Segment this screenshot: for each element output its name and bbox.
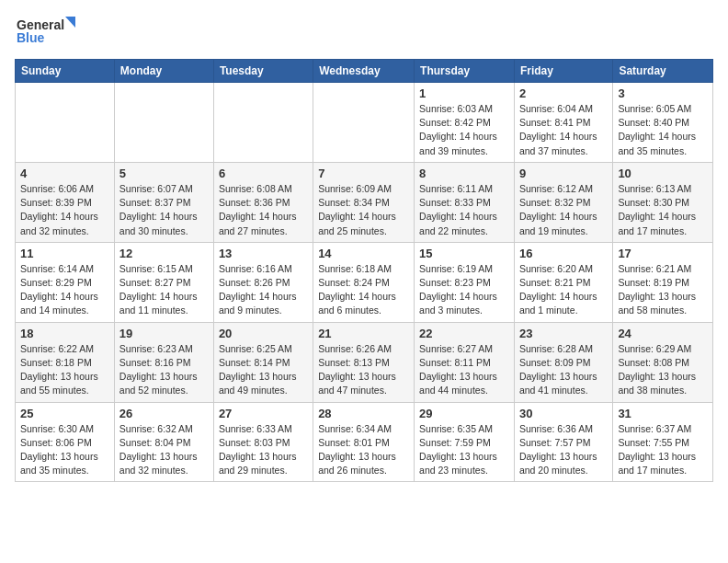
day-number: 19 xyxy=(119,327,209,340)
day-number: 15 xyxy=(419,247,509,260)
day-info: Sunrise: 6:13 AMSunset: 8:30 PMDaylight:… xyxy=(618,182,708,238)
day-info: Sunrise: 6:08 AMSunset: 8:36 PMDaylight:… xyxy=(219,182,308,238)
day-number: 21 xyxy=(318,327,409,340)
weekday-header-thursday: Thursday xyxy=(415,60,515,83)
day-number: 1 xyxy=(419,86,509,100)
day-number: 4 xyxy=(20,167,109,180)
day-number: 22 xyxy=(419,327,509,340)
day-number: 29 xyxy=(419,407,509,420)
day-info: Sunrise: 6:11 AMSunset: 8:33 PMDaylight:… xyxy=(419,182,509,238)
day-info: Sunrise: 6:14 AMSunset: 8:29 PMDaylight:… xyxy=(20,262,109,318)
day-info: Sunrise: 6:34 AMSunset: 8:01 PMDaylight:… xyxy=(318,422,409,478)
calendar-cell: 31Sunrise: 6:37 AMSunset: 7:55 PMDayligh… xyxy=(613,402,713,482)
day-info: Sunrise: 6:16 AMSunset: 8:26 PMDaylight:… xyxy=(219,262,308,318)
day-number: 3 xyxy=(618,86,708,100)
day-number: 30 xyxy=(519,407,608,420)
calendar-cell: 20Sunrise: 6:25 AMSunset: 8:14 PMDayligh… xyxy=(213,322,313,402)
day-number: 5 xyxy=(119,167,209,180)
svg-marker-2 xyxy=(65,17,75,28)
calendar-cell: 24Sunrise: 6:29 AMSunset: 8:08 PMDayligh… xyxy=(613,322,713,402)
calendar-cell: 5Sunrise: 6:07 AMSunset: 8:37 PMDaylight… xyxy=(114,162,213,242)
day-info: Sunrise: 6:07 AMSunset: 8:37 PMDaylight:… xyxy=(119,182,209,238)
weekday-header-row: SundayMondayTuesdayWednesdayThursdayFrid… xyxy=(16,60,713,83)
day-info: Sunrise: 6:33 AMSunset: 8:03 PMDaylight:… xyxy=(219,422,308,478)
day-info: Sunrise: 6:18 AMSunset: 8:24 PMDaylight:… xyxy=(318,262,409,318)
day-number: 13 xyxy=(219,247,308,260)
day-info: Sunrise: 6:09 AMSunset: 8:34 PMDaylight:… xyxy=(318,182,409,238)
day-number: 2 xyxy=(519,86,608,100)
header: General Blue xyxy=(15,15,713,48)
calendar-cell: 26Sunrise: 6:32 AMSunset: 8:04 PMDayligh… xyxy=(114,402,213,482)
calendar-cell: 9Sunrise: 6:12 AMSunset: 8:32 PMDaylight… xyxy=(514,162,612,242)
day-number: 28 xyxy=(318,407,409,420)
logo: General Blue xyxy=(15,15,79,48)
calendar-cell: 7Sunrise: 6:09 AMSunset: 8:34 PMDaylight… xyxy=(313,162,415,242)
logo-svg: General Blue xyxy=(15,15,79,48)
day-number: 10 xyxy=(618,167,708,180)
calendar-week-row: 25Sunrise: 6:30 AMSunset: 8:06 PMDayligh… xyxy=(16,402,713,482)
calendar-cell: 16Sunrise: 6:20 AMSunset: 8:21 PMDayligh… xyxy=(514,242,612,322)
calendar-cell: 2Sunrise: 6:04 AMSunset: 8:41 PMDaylight… xyxy=(514,83,612,163)
calendar-cell: 8Sunrise: 6:11 AMSunset: 8:33 PMDaylight… xyxy=(415,162,515,242)
day-info: Sunrise: 6:32 AMSunset: 8:04 PMDaylight:… xyxy=(119,422,209,478)
day-number: 31 xyxy=(618,407,708,420)
day-number: 25 xyxy=(20,407,109,420)
day-info: Sunrise: 6:25 AMSunset: 8:14 PMDaylight:… xyxy=(219,342,308,398)
calendar-cell: 18Sunrise: 6:22 AMSunset: 8:18 PMDayligh… xyxy=(16,322,115,402)
day-info: Sunrise: 6:21 AMSunset: 8:19 PMDaylight:… xyxy=(618,262,708,318)
day-info: Sunrise: 6:22 AMSunset: 8:18 PMDaylight:… xyxy=(20,342,109,398)
day-number: 9 xyxy=(519,167,608,180)
day-number: 27 xyxy=(219,407,308,420)
calendar-cell: 12Sunrise: 6:15 AMSunset: 8:27 PMDayligh… xyxy=(114,242,213,322)
day-info: Sunrise: 6:30 AMSunset: 8:06 PMDaylight:… xyxy=(20,422,109,478)
day-info: Sunrise: 6:12 AMSunset: 8:32 PMDaylight:… xyxy=(519,182,608,238)
calendar-cell: 29Sunrise: 6:35 AMSunset: 7:59 PMDayligh… xyxy=(415,402,515,482)
calendar-week-row: 11Sunrise: 6:14 AMSunset: 8:29 PMDayligh… xyxy=(16,242,713,322)
day-info: Sunrise: 6:20 AMSunset: 8:21 PMDaylight:… xyxy=(519,262,608,318)
calendar-cell: 22Sunrise: 6:27 AMSunset: 8:11 PMDayligh… xyxy=(415,322,515,402)
calendar-cell: 14Sunrise: 6:18 AMSunset: 8:24 PMDayligh… xyxy=(313,242,415,322)
calendar-week-row: 1Sunrise: 6:03 AMSunset: 8:42 PMDaylight… xyxy=(16,83,713,163)
day-number: 7 xyxy=(318,167,409,180)
day-number: 20 xyxy=(219,327,308,340)
calendar-cell: 3Sunrise: 6:05 AMSunset: 8:40 PMDaylight… xyxy=(613,83,713,163)
calendar-cell: 23Sunrise: 6:28 AMSunset: 8:09 PMDayligh… xyxy=(514,322,612,402)
day-number: 6 xyxy=(219,167,308,180)
day-number: 12 xyxy=(119,247,209,260)
calendar-cell: 21Sunrise: 6:26 AMSunset: 8:13 PMDayligh… xyxy=(313,322,415,402)
day-number: 18 xyxy=(20,327,109,340)
day-info: Sunrise: 6:15 AMSunset: 8:27 PMDaylight:… xyxy=(119,262,209,318)
day-number: 26 xyxy=(119,407,209,420)
calendar-cell: 6Sunrise: 6:08 AMSunset: 8:36 PMDaylight… xyxy=(213,162,313,242)
day-info: Sunrise: 6:37 AMSunset: 7:55 PMDaylight:… xyxy=(618,422,708,478)
weekday-header-wednesday: Wednesday xyxy=(313,60,415,83)
calendar-cell: 17Sunrise: 6:21 AMSunset: 8:19 PMDayligh… xyxy=(613,242,713,322)
day-info: Sunrise: 6:26 AMSunset: 8:13 PMDaylight:… xyxy=(318,342,409,398)
day-info: Sunrise: 6:03 AMSunset: 8:42 PMDaylight:… xyxy=(419,102,509,158)
weekday-header-sunday: Sunday xyxy=(16,60,115,83)
day-info: Sunrise: 6:27 AMSunset: 8:11 PMDaylight:… xyxy=(419,342,509,398)
calendar-cell: 1Sunrise: 6:03 AMSunset: 8:42 PMDaylight… xyxy=(415,83,515,163)
calendar-week-row: 4Sunrise: 6:06 AMSunset: 8:39 PMDaylight… xyxy=(16,162,713,242)
calendar-cell: 25Sunrise: 6:30 AMSunset: 8:06 PMDayligh… xyxy=(16,402,115,482)
day-info: Sunrise: 6:35 AMSunset: 7:59 PMDaylight:… xyxy=(419,422,509,478)
day-number: 16 xyxy=(519,247,608,260)
calendar-cell: 19Sunrise: 6:23 AMSunset: 8:16 PMDayligh… xyxy=(114,322,213,402)
weekday-header-monday: Monday xyxy=(114,60,213,83)
calendar-cell: 10Sunrise: 6:13 AMSunset: 8:30 PMDayligh… xyxy=(613,162,713,242)
day-number: 11 xyxy=(20,247,109,260)
day-number: 24 xyxy=(618,327,708,340)
day-info: Sunrise: 6:05 AMSunset: 8:40 PMDaylight:… xyxy=(618,102,708,158)
day-info: Sunrise: 6:23 AMSunset: 8:16 PMDaylight:… xyxy=(119,342,209,398)
day-info: Sunrise: 6:36 AMSunset: 7:57 PMDaylight:… xyxy=(519,422,608,478)
day-info: Sunrise: 6:04 AMSunset: 8:41 PMDaylight:… xyxy=(519,102,608,158)
svg-text:Blue: Blue xyxy=(17,30,45,45)
weekday-header-friday: Friday xyxy=(514,60,612,83)
calendar-cell: 30Sunrise: 6:36 AMSunset: 7:57 PMDayligh… xyxy=(514,402,612,482)
calendar-cell: 27Sunrise: 6:33 AMSunset: 8:03 PMDayligh… xyxy=(213,402,313,482)
day-number: 23 xyxy=(519,327,608,340)
calendar-cell: 28Sunrise: 6:34 AMSunset: 8:01 PMDayligh… xyxy=(313,402,415,482)
day-number: 17 xyxy=(618,247,708,260)
weekday-header-tuesday: Tuesday xyxy=(213,60,313,83)
calendar-table: SundayMondayTuesdayWednesdayThursdayFrid… xyxy=(15,59,713,482)
